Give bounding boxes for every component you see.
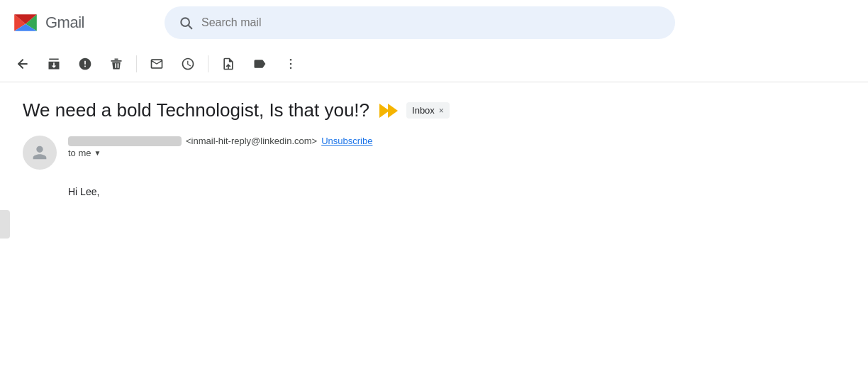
search-bar[interactable] — [165, 6, 675, 39]
label-icon — [252, 57, 267, 71]
label-button[interactable] — [245, 50, 274, 78]
sender-avatar — [23, 136, 57, 170]
snooze-icon — [181, 57, 195, 71]
email-content: We need a bold Technologist, Is that you… — [0, 82, 868, 211]
inbox-close-button[interactable]: × — [439, 106, 444, 116]
delete-icon — [109, 57, 123, 71]
svg-marker-7 — [379, 104, 389, 118]
archive-icon — [47, 57, 61, 71]
to-me-row: to me ▼ — [68, 148, 372, 158]
toolbar-divider-2 — [208, 55, 208, 72]
gmail-logo-icon — [11, 9, 40, 37]
inbox-badge: Inbox × — [406, 102, 450, 119]
email-subject-row: We need a bold Technologist, Is that you… — [23, 99, 845, 121]
svg-point-5 — [290, 62, 292, 65]
archive-button[interactable] — [40, 50, 68, 78]
move-icon — [221, 57, 235, 71]
left-edge-indicator — [0, 210, 10, 239]
gmail-title: Gmail — [45, 13, 84, 32]
inbox-badge-label: Inbox — [412, 105, 435, 116]
move-to-button[interactable] — [214, 50, 243, 78]
logo-area: Gmail — [11, 9, 153, 37]
sender-name-row: <inmail-hit-reply@linkedin.com> Unsubscr… — [68, 136, 372, 146]
more-options-button[interactable] — [277, 50, 305, 78]
forward-icon — [378, 102, 398, 119]
search-icon — [179, 16, 193, 30]
delete-button[interactable] — [102, 50, 130, 78]
svg-line-2 — [189, 26, 192, 29]
forward-arrow-icon — [378, 101, 398, 121]
unsubscribe-link[interactable]: Unsubscribe — [321, 136, 372, 146]
svg-point-4 — [290, 58, 292, 60]
report-spam-button[interactable] — [71, 50, 99, 78]
email-subject: We need a bold Technologist, Is that you… — [23, 99, 369, 121]
to-me-label: to me — [68, 148, 91, 158]
mark-unread-button[interactable] — [143, 50, 171, 78]
svg-marker-8 — [388, 104, 398, 118]
avatar-person-icon — [30, 143, 50, 163]
email-greeting: Hi Lee, — [68, 184, 845, 199]
spam-icon — [78, 57, 92, 71]
header: Gmail — [0, 0, 868, 45]
to-me-dropdown[interactable]: ▼ — [94, 149, 101, 157]
search-input[interactable] — [201, 16, 661, 29]
back-button[interactable] — [9, 50, 37, 78]
mark-unread-icon — [150, 57, 164, 71]
toolbar-divider-1 — [136, 55, 137, 72]
sender-email: <inmail-hit-reply@linkedin.com> — [186, 136, 317, 146]
sender-row: <inmail-hit-reply@linkedin.com> Unsubscr… — [23, 136, 845, 170]
email-body: Hi Lee, — [23, 184, 845, 199]
more-icon — [284, 57, 298, 71]
toolbar — [0, 45, 868, 82]
snooze-button[interactable] — [174, 50, 202, 78]
svg-point-6 — [290, 67, 292, 69]
back-icon — [16, 57, 30, 71]
sender-name-blurred — [68, 136, 182, 146]
sender-info: <inmail-hit-reply@linkedin.com> Unsubscr… — [68, 136, 372, 158]
